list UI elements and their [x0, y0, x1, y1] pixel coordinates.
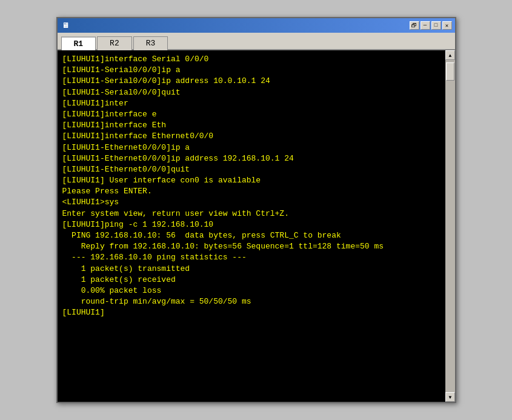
close-button[interactable]: ✕: [442, 21, 452, 30]
minimize-button[interactable]: ─: [421, 21, 430, 30]
terminal-line: [LIUHUI1-Ethernet0/0/0]quit: [62, 164, 441, 175]
terminal-line: [LIUHUI1]ping -c 1 192.168.10.10: [62, 219, 441, 230]
title-controls: 🗗 ─ □ ✕: [410, 21, 452, 30]
tab-r3[interactable]: R3: [133, 36, 168, 50]
terminal-line: [LIUHUI1]inter: [62, 98, 441, 109]
terminal-line: --- 192.168.10.10 ping statistics ---: [62, 252, 441, 263]
terminal-line: [LIUHUI1]interface Serial 0/0/0: [62, 54, 441, 65]
terminal-output[interactable]: [LIUHUI1]interface Serial 0/0/0[LIUHUI1-…: [58, 50, 445, 402]
tab-bar: R1 R2 R3: [58, 33, 455, 50]
terminal-line: <LIUHUI1>sys: [62, 197, 441, 208]
title-bar: 🖥 🗗 ─ □ ✕: [58, 18, 455, 33]
terminal-line: [LIUHUI1-Serial0/0/0]quit: [62, 87, 441, 98]
terminal-line: Reply from 192.168.10.10: bytes=56 Seque…: [62, 241, 441, 252]
terminal-line: [LIUHUI1] User interface con0 is availab…: [62, 175, 441, 186]
terminal-line: [LIUHUI1]: [62, 307, 441, 318]
terminal-line: [LIUHUI1-Serial0/0/0]ip address 10.0.10.…: [62, 76, 441, 87]
scrollbar[interactable]: ▲ ▼: [445, 50, 455, 402]
main-window: 🖥 🗗 ─ □ ✕ R1 R2 R3 [LIUHUI1]interface Se…: [56, 17, 456, 403]
terminal-line: [LIUHUI1-Ethernet0/0/0]ip address 192.16…: [62, 153, 441, 164]
title-bar-left: 🖥: [61, 21, 73, 30]
terminal-line: [LIUHUI1-Ethernet0/0/0]ip a: [62, 142, 441, 153]
terminal-line: Enter system view, return user view with…: [62, 208, 441, 219]
scroll-up-arrow[interactable]: ▲: [445, 50, 455, 60]
terminal-line: 1 packet(s) received: [62, 275, 441, 285]
terminal-line: Please Press ENTER.: [62, 186, 441, 197]
scroll-thumb[interactable]: [446, 62, 454, 81]
terminal-line: 1 packet(s) transmitted: [62, 264, 441, 275]
terminal-line: round-trip min/avg/max = 50/50/50 ms: [62, 296, 441, 307]
content-area: [LIUHUI1]interface Serial 0/0/0[LIUHUI1-…: [58, 50, 455, 402]
terminal-line: [LIUHUI1]interface Ethernet0/0/0: [62, 131, 441, 142]
terminal-line: [LIUHUI1-Serial0/0/0]ip a: [62, 65, 441, 76]
restore-button[interactable]: 🗗: [410, 21, 419, 30]
terminal-line: 0.00% packet loss: [62, 285, 441, 296]
terminal-line: [LIUHUI1]interface e: [62, 109, 441, 120]
terminal-line: PING 192.168.10.10: 56 data bytes, press…: [62, 230, 441, 241]
terminal-line: [LIUHUI1]interface Eth: [62, 120, 441, 131]
maximize-button[interactable]: □: [431, 21, 441, 30]
scroll-track: [445, 60, 455, 392]
scroll-down-arrow[interactable]: ▼: [445, 392, 455, 402]
app-icon: 🖥: [61, 21, 70, 30]
tab-r1[interactable]: R1: [61, 36, 96, 50]
tab-r2[interactable]: R2: [97, 36, 132, 50]
